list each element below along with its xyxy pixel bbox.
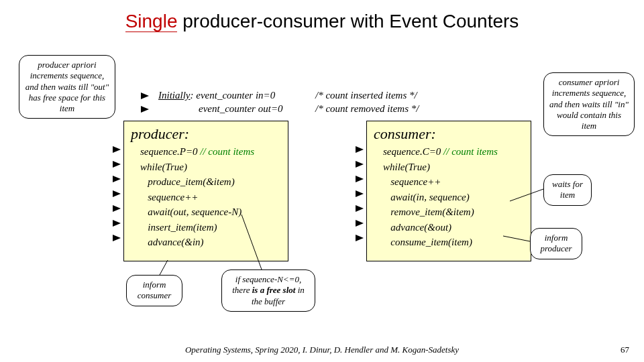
init-comment-1: /* count inserted items */ xyxy=(315,90,417,101)
consumer-header: consumer: xyxy=(374,125,524,143)
producer-l5: await(out, sequence-N) xyxy=(140,206,241,217)
consumer-l6: advance(&out) xyxy=(383,222,451,233)
producer-header: producer: xyxy=(131,125,281,143)
init-line-1: Initially: event_counter in=0 xyxy=(158,90,275,101)
producer-l6: insert_item(item) xyxy=(140,222,217,233)
arrow-icon xyxy=(113,235,121,241)
producer-l2: while(True) xyxy=(140,162,187,172)
arrow-icon xyxy=(356,161,364,168)
consumer-l5: remove_item(&item) xyxy=(383,206,474,217)
producer-l4: sequence++ xyxy=(140,192,198,202)
arrow-icon xyxy=(141,106,149,113)
callout-waits-item: waits for item xyxy=(543,174,592,206)
consumer-code: sequence.C=0 // count items while(True) … xyxy=(374,144,524,250)
arrow-icon xyxy=(356,190,364,197)
arrow-icon xyxy=(356,146,364,153)
title-highlight: Single xyxy=(125,11,178,32)
arrow-icon xyxy=(113,176,121,182)
callout-inform-producer: inform producer xyxy=(530,228,582,259)
consumer-l3: sequence++ xyxy=(383,176,441,187)
callout-free-slot-text: if sequence-N<=0, there is a free slot i… xyxy=(232,274,305,306)
callout-consumer-apriori: consumer apriori increments sequence, an… xyxy=(543,72,635,136)
callout-producer-apriori: producer apriori increments sequence, an… xyxy=(19,55,115,119)
arrow-icon xyxy=(113,220,121,227)
consumer-box: consumer: sequence.C=0 // count items wh… xyxy=(366,121,531,261)
arrow-icon xyxy=(113,190,121,197)
producer-box: producer: sequence.P=0 // count items wh… xyxy=(123,121,288,261)
init-comment-2: /* count removed items */ xyxy=(315,103,419,115)
arrow-icon xyxy=(356,220,364,227)
producer-code: sequence.P=0 // count items while(True) … xyxy=(131,144,281,250)
title-rest: producer-consumer with Event Counters xyxy=(177,11,519,32)
slide-title: Single producer-consumer with Event Coun… xyxy=(0,0,644,32)
init-label: Initially xyxy=(158,90,191,101)
arrow-icon xyxy=(113,161,121,168)
init-text-1: : event_counter in=0 xyxy=(191,90,276,101)
svg-line-0 xyxy=(160,260,168,275)
arrow-icon xyxy=(356,235,364,241)
producer-l7: advance(&in) xyxy=(140,237,204,247)
arrow-icon xyxy=(113,146,121,153)
producer-l1a: sequence.P=0 xyxy=(140,146,200,157)
producer-l3: produce_item(&item) xyxy=(140,176,235,187)
arrow-icon xyxy=(141,93,149,99)
producer-l1b: // count items xyxy=(200,146,254,157)
consumer-l1a: sequence.C=0 xyxy=(383,146,443,157)
consumer-l1b: // count items xyxy=(443,146,498,157)
consumer-l2: while(True) xyxy=(383,162,430,172)
footer-text: Operating Systems, Spring 2020, I. Dinur… xyxy=(0,345,644,355)
init-line-2: event_counter out=0 xyxy=(199,103,283,115)
callout-inform-consumer: inform consumer xyxy=(126,275,182,306)
arrow-icon xyxy=(356,205,364,212)
arrow-icon xyxy=(113,205,121,212)
arrow-icon xyxy=(356,176,364,182)
consumer-l4: await(in, sequence) xyxy=(383,192,470,202)
callout-free-slot: if sequence-N<=0, there is a free slot i… xyxy=(221,269,315,312)
page-number: 67 xyxy=(621,345,629,355)
consumer-l7: consume_item(item) xyxy=(383,237,472,247)
